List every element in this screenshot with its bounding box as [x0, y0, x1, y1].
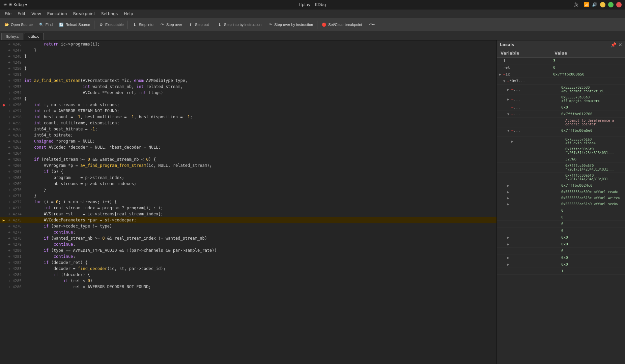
code-line-4247[interactable]: + 4247 }: [0, 47, 496, 53]
menu-edit[interactable]: Edit: [15, 11, 28, 17]
tab-utils[interactable]: utils.c: [24, 33, 44, 40]
code-line-4250[interactable]: + 4250 }: [0, 65, 496, 71]
menu-settings[interactable]: Settings: [98, 11, 120, 17]
maximize-button[interactable]: [608, 2, 614, 7]
code-line-4255[interactable]: + 4255 {: [0, 96, 496, 102]
code-line-4263[interactable]: + 4263 const AVCodec *decoder = NULL, *b…: [0, 144, 496, 150]
locals-row-0x0-3[interactable]: ▶ 0x0: [497, 254, 625, 261]
code-line-4274[interactable]: + 4274 AVStream *st = ic->streams[real_s…: [0, 211, 496, 217]
close-button[interactable]: [616, 2, 622, 7]
locals-row-sub6[interactable]: ▶ 0x7fffbc0024c0: [497, 182, 625, 189]
step-out-button[interactable]: ⬆ Step out: [186, 21, 211, 29]
locals-row-sub5[interactable]: ▼ → ... 0x7fffbc00a5e0: [497, 127, 625, 134]
open-source-button[interactable]: 📂 Open Source: [1, 21, 35, 29]
reload-source-button[interactable]: 🔄 Reload Source: [56, 21, 93, 29]
locals-row-sub5f[interactable]: 0x7fffbc00a6f0 "\261\314\234\313\031...: [497, 173, 625, 182]
step-over-button[interactable]: ↷ Step over: [157, 21, 185, 29]
code-line-4271[interactable]: + 4271 }: [0, 193, 496, 199]
locals-row-sub9[interactable]: ▶ 0x5555555bc51a9 <ffurl_seek>: [497, 201, 625, 207]
code-line-4286[interactable]: + 4286 ret = AVERROR_DECODER_NOT_FOUND;: [0, 284, 496, 290]
code-line-4285[interactable]: + 4285 if (ret < 0): [0, 278, 496, 284]
locals-close-icon[interactable]: ✕: [618, 42, 622, 48]
code-line-4283[interactable]: + 4283 decoder = find_decoder(ic, st, pa…: [0, 266, 496, 272]
code-line-4265[interactable]: + 4265 if (related_stream >= 0 && wanted…: [0, 156, 496, 162]
locals-row-deref[interactable]: ▼ → *0x7...: [497, 78, 625, 85]
locals-row-ret[interactable]: ret 0: [497, 64, 625, 71]
code-line-4257[interactable]: + 4257 int ret = AVERROR_STREAM_NOT_FOUN…: [0, 108, 496, 114]
locals-row-sub5a[interactable]: [497, 134, 625, 136]
code-line-4282[interactable]: + 4282 if (decoder_ret) {: [0, 260, 496, 266]
step-into-instr-button[interactable]: ⬇ Step into by instruction: [215, 21, 264, 29]
locals-row-sub4[interactable]: ▼ → ... 0x7fffbc012700: [497, 111, 625, 118]
code-line-4254[interactable]: + 4254 AVCodec **decoder_ret, int flags): [0, 90, 496, 96]
code-line-4270[interactable]: + 4270 }: [0, 187, 496, 193]
locals-row-one[interactable]: 1: [497, 268, 625, 275]
locals-row-sub3[interactable]: → ... 0x0: [497, 104, 625, 111]
code-line-4272[interactable]: + 4272 for (i = 0; i < nb_streams; i++) …: [0, 199, 496, 205]
tab-ffplay[interactable]: ffplay.c: [1, 33, 23, 40]
executable-button[interactable]: ⚙ Executable: [96, 21, 126, 29]
code-line-4280[interactable]: + 4280 if (type == AVMEDIA_TYPE_AUDIO &&…: [0, 247, 496, 253]
code-line-4253[interactable]: + 4253 int wanted_stream_nb, int related…: [0, 84, 496, 90]
code-line-4260[interactable]: + 4260 int64_t best_bitrate = -1;: [0, 126, 496, 132]
locals-row-0x0-4[interactable]: ▶ 0x0: [497, 261, 625, 268]
code-line-4264[interactable]: + 4264: [0, 150, 496, 156]
code-line-4261[interactable]: + 4261 int64_t bitrate;: [0, 132, 496, 138]
locals-row-ic[interactable]: ▶ → ic 0x7fffbc000b50: [497, 71, 625, 78]
code-line-4252[interactable]: + 4252 int av_find_best_stream(AVFormatC…: [0, 78, 496, 84]
code-line-4281[interactable]: + 4281 continue;: [0, 253, 496, 260]
waveform-button[interactable]: 〜: [368, 21, 376, 29]
code-line-4251[interactable]: + 4251: [0, 71, 496, 78]
code-line-4262[interactable]: + 4262 unsigned *program = NULL;: [0, 138, 496, 144]
app-menu-label[interactable]: ✳ Kdbg ▾: [9, 2, 27, 7]
minimize-button[interactable]: [600, 2, 605, 7]
code-line-4249[interactable]: + 4249: [0, 59, 496, 65]
menu-help[interactable]: Help: [121, 11, 136, 17]
locals-row-sub5c[interactable]: 0x7fffbc00a6f0 "\261\314\234\313\031...: [497, 146, 625, 156]
menu-breakpoint[interactable]: Breakpoint: [70, 11, 98, 17]
step-over-instr-button[interactable]: ↷ Step over by instruction: [265, 21, 316, 29]
code-scroll[interactable]: + 4246 return ic->programs[i]; + 4247 } …: [0, 40, 496, 364]
menu-execution[interactable]: Execution: [45, 11, 70, 17]
locals-row-sub5d[interactable]: 32768: [497, 156, 625, 163]
locals-row-sub2[interactable]: ▶ → ... 0x5555570a35a0 <ff_mpegts_demuxe…: [497, 94, 625, 104]
locals-row-sub4a[interactable]: Attempt to dereference a generic pointer…: [497, 118, 625, 127]
code-line-4266[interactable]: + 4266 AVProgram *p = av_find_program_fr…: [0, 162, 496, 169]
locals-row-sub5e[interactable]: 0x7fffbc00a6f0 "\261\314\234\313\031...: [497, 163, 625, 173]
locals-row-0x0-2[interactable]: ▶ 0x0: [497, 241, 625, 248]
locals-row-zero5[interactable]: 0: [497, 248, 625, 254]
code-line-4259[interactable]: + 4259 int count, multiframe, dispositio…: [0, 120, 496, 126]
locals-row-0x0-1[interactable]: ▶ 0x0: [497, 234, 625, 241]
code-line-4269[interactable]: + 4269 nb_streams = p->nb_stream_indexes…: [0, 181, 496, 187]
locals-row-zero2[interactable]: 0: [497, 214, 625, 221]
locals-row-zero1[interactable]: 0: [497, 207, 625, 214]
set-clear-bp-button[interactable]: 🔴 Set/Clear breakpoint: [319, 21, 365, 29]
code-line-4273[interactable]: + 4273 int real_stream_index = program ?…: [0, 205, 496, 211]
code-line-4277[interactable]: + 4277 continue;: [0, 229, 496, 235]
code-line-4248[interactable]: + 4248 }: [0, 53, 496, 59]
step-into-button[interactable]: ⬇ Step into: [129, 21, 156, 29]
locals-row-sub8[interactable]: ▶ 0x5555555bc513c <ffurl_write>: [497, 195, 625, 201]
locals-row-zero3[interactable]: 0: [497, 221, 625, 228]
code-line-4267[interactable]: + 4267 if (p) {: [0, 169, 496, 175]
locals-row-sub1[interactable]: ▶ → ... 0x55555702cb80 <av_format_contex…: [497, 85, 625, 94]
locals-row-i[interactable]: i 3: [497, 58, 625, 64]
code-line-4275[interactable]: ▶ + 4275 AVCodecParameters *par = st->co…: [0, 217, 496, 223]
find-button[interactable]: 🔍 Find: [36, 21, 55, 29]
menu-view[interactable]: View: [29, 11, 44, 17]
code-line-4246[interactable]: + 4246 return ic->programs[i];: [0, 41, 496, 47]
code-line-4279[interactable]: + 4279 continue;: [0, 241, 496, 247]
locals-pin-icon[interactable]: 📌: [610, 42, 616, 48]
step-into-label: Step into: [139, 23, 153, 27]
code-line-4278[interactable]: + 4278 if (wanted_stream_nb >= 0 && real…: [0, 235, 496, 241]
code-line-4268[interactable]: + 4268 program = p->stream_index;: [0, 175, 496, 181]
code-line-4284[interactable]: + 4284 if (!decoder) {: [0, 272, 496, 278]
code-line-4276[interactable]: + 4276 if (par->codec_type != type): [0, 223, 496, 229]
locals-row-sub7[interactable]: ▶ 0x5555555bc509c <ffurl_read>: [497, 189, 625, 195]
code-line-4256[interactable]: ● + 4256 int i, nb_streams = ic->nb_stre…: [0, 102, 496, 108]
locals-row-sub5b[interactable]: ▶ 0x7555557b1e0 <ff_avio_class>: [497, 136, 625, 146]
code-line-4258[interactable]: + 4258 int best_count = -1, best_multifr…: [0, 114, 496, 120]
locals-row-zero4[interactable]: 0: [497, 228, 625, 234]
locals-table[interactable]: i 3 ret 0 ▶ → ic 0x7fffbc000b50 ▼: [497, 58, 625, 364]
menu-file[interactable]: File: [2, 11, 14, 17]
